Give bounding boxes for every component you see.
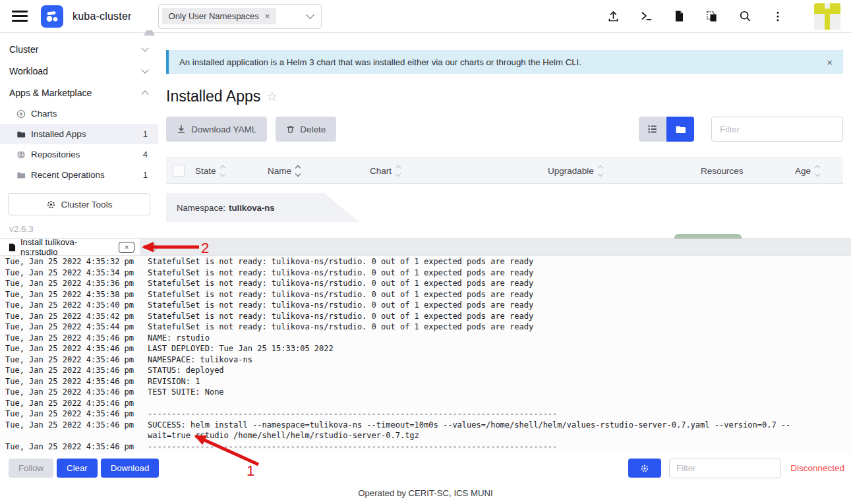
log-line-message: StatefulSet is not ready: tulikova-ns/rs…	[148, 289, 851, 300]
tag-remove-icon[interactable]: ×	[265, 12, 270, 20]
namespace-filter-dropdown[interactable]: Only User Namespaces ×	[158, 4, 322, 29]
column-header-upgradable[interactable]: Upgradable	[540, 166, 693, 176]
copy-kubeconfig-icon[interactable]	[705, 9, 719, 24]
sidebar-item-count: 1	[143, 129, 148, 139]
user-avatar[interactable]	[814, 3, 840, 30]
log-line-message: StatefulSet is not ready: tulikova-ns/rs…	[148, 300, 851, 311]
sidebar-item-recent-operations[interactable]: Recent Operations 1	[0, 165, 158, 185]
log-line: Tue, Jan 25 2022 4:35:46 pm ------------…	[0, 441, 851, 453]
log-line-message: StatefulSet is not ready: tulikova-ns/rs…	[148, 278, 851, 289]
cluster-tools-label: Cluster Tools	[61, 200, 113, 210]
column-header-resources: Resources	[693, 166, 787, 176]
log-line: Tue, Jan 25 2022 4:35:46 pm LAST DEPLOYE…	[0, 343, 851, 354]
list-view-toggle[interactable]	[639, 117, 666, 142]
sidebar-group-label: Apps & Marketplace	[9, 88, 92, 98]
sidebar-item-count: 4	[143, 150, 148, 159]
clear-button[interactable]: Clear	[57, 459, 98, 478]
log-line-timestamp: Tue, Jan 25 2022 4:35:32 pm	[0, 256, 148, 267]
log-line: Tue, Jan 25 2022 4:35:40 pm StatefulSet …	[0, 300, 851, 311]
sidebar-item-charts[interactable]: Charts	[0, 103, 158, 124]
log-tab[interactable]: Install tulikova-ns:rstudio ×	[0, 239, 140, 255]
log-line-message: ----------------------------------------…	[148, 408, 851, 420]
chevron-up-icon	[141, 90, 148, 98]
banner-close-icon[interactable]: ×	[827, 57, 833, 68]
folder-icon	[16, 129, 26, 139]
log-line: Tue, Jan 25 2022 4:35:36 pm StatefulSet …	[0, 278, 851, 289]
globe-icon	[16, 150, 26, 159]
namespace-value: tulikova-ns	[229, 203, 275, 213]
kubectl-shell-icon[interactable]	[639, 9, 653, 24]
grouped-view-toggle[interactable]	[666, 117, 694, 142]
namespace-group-row: Namespace: tulikova-ns	[166, 193, 359, 222]
table-header-columns: StateNameChartUpgradableResourcesAge	[187, 166, 843, 176]
log-line-message: TEST SUITE: None	[148, 387, 851, 398]
sort-carets-icon	[396, 166, 400, 176]
panel-resize-handle[interactable]	[150, 243, 158, 252]
trash-icon	[286, 125, 295, 134]
log-filter-input[interactable]	[669, 459, 781, 478]
sidebar-group-apps-marketplace[interactable]: Apps & Marketplace	[0, 82, 158, 103]
table-filter-input[interactable]	[711, 117, 843, 142]
select-all-checkbox[interactable]	[173, 165, 185, 177]
info-banner-text: An installed application is a Helm 3 cha…	[179, 57, 581, 67]
sidebar-group-workload[interactable]: Workload	[0, 60, 158, 82]
sidebar-group-cluster[interactable]: Cluster	[0, 38, 158, 60]
cluster-tools-button[interactable]: Cluster Tools	[8, 193, 150, 215]
log-line-timestamp: Tue, Jan 25 2022 4:35:46 pm	[0, 408, 148, 420]
download-yaml-button[interactable]: Download YAML	[166, 117, 267, 142]
app-window: kuba-cluster Only User Namespaces ×	[0, 0, 851, 504]
log-line-message: STATUS: deployed	[148, 365, 851, 376]
favorite-star-icon[interactable]: ☆	[266, 90, 278, 103]
log-tab-close-icon[interactable]: ×	[119, 242, 134, 253]
download-icon	[177, 125, 186, 134]
delete-button[interactable]: Delete	[276, 117, 336, 142]
log-line-message: NAME: rstudio	[148, 333, 851, 344]
sidebar-item-label: Recent Operations	[31, 170, 105, 180]
main-content: An installed application is a Helm 3 cha…	[158, 33, 851, 238]
column-header-chart[interactable]: Chart	[362, 166, 540, 176]
sidebar-item-repositories[interactable]: Repositories 4	[0, 144, 158, 165]
log-line-timestamp: Tue, Jan 25 2022 4:35:46 pm	[0, 333, 148, 344]
log-panel-footer: Follow Clear Download Disconnected	[0, 453, 851, 484]
log-line-timestamp: Tue, Jan 25 2022 4:35:46 pm	[0, 420, 148, 431]
column-header-age[interactable]: Age	[787, 166, 843, 176]
log-line-timestamp: Tue, Jan 25 2022 4:35:38 pm	[0, 289, 148, 300]
download-kubeconfig-icon[interactable]	[672, 9, 686, 24]
log-line-message: SUCCESS: helm install --namespace=tuliko…	[148, 420, 851, 441]
rancher-logo-glyph	[44, 9, 60, 24]
import-yaml-icon[interactable]	[606, 9, 620, 24]
hamburger-menu-icon[interactable]	[12, 11, 28, 22]
log-line-timestamp: Tue, Jan 25 2022 4:35:46 pm	[0, 398, 148, 409]
log-settings-button[interactable]	[628, 459, 661, 478]
log-output: Tue, Jan 25 2022 4:35:32 pm StatefulSet …	[0, 256, 851, 453]
log-line: Tue, Jan 25 2022 4:35:32 pm StatefulSet …	[0, 256, 851, 267]
log-tab-title: Install tulikova-ns:rstudio	[20, 237, 113, 257]
page-title: Installed Apps	[166, 88, 260, 105]
log-line-timestamp: Tue, Jan 25 2022 4:35:46 pm	[0, 354, 148, 366]
rancher-logo-icon[interactable]	[41, 5, 63, 28]
log-panel-tabs: Install tulikova-ns:rstudio ×	[0, 238, 851, 256]
namespace-filter-tag[interactable]: Only User Namespaces ×	[162, 8, 277, 24]
sort-carets-icon	[815, 166, 819, 176]
search-icon[interactable]	[738, 9, 752, 24]
status-badge	[674, 234, 742, 238]
column-header-name[interactable]: Name	[260, 166, 362, 176]
log-line-timestamp: Tue, Jan 25 2022 4:35:36 pm	[0, 278, 148, 289]
log-line: Tue, Jan 25 2022 4:35:46 pm ------------…	[0, 408, 851, 420]
sidebar-item-installed-apps[interactable]: Installed Apps 1	[0, 124, 158, 144]
log-line-timestamp: Tue, Jan 25 2022 4:35:46 pm	[0, 441, 148, 453]
log-line: Tue, Jan 25 2022 4:35:46 pm REVISION: 1	[0, 376, 851, 387]
column-header-state[interactable]: State	[187, 166, 260, 176]
log-line-timestamp: Tue, Jan 25 2022 4:35:46 pm	[0, 365, 148, 376]
content-row: Cluster Workload Apps & Marketplace Char…	[0, 33, 851, 238]
log-line-message: StatefulSet is not ready: tulikova-ns/rs…	[148, 322, 851, 333]
follow-button[interactable]: Follow	[9, 459, 53, 478]
kebab-menu-icon[interactable]	[771, 9, 785, 24]
chevron-down-icon	[141, 44, 148, 51]
download-button[interactable]: Download	[101, 459, 160, 478]
namespace-label: Namespace:	[177, 203, 225, 213]
log-line-message: StatefulSet is not ready: tulikova-ns/rs…	[148, 267, 851, 279]
sidebar-item-count: 1	[143, 170, 148, 180]
column-label: Chart	[370, 166, 392, 176]
sidebar-item-label: Repositories	[31, 150, 80, 159]
